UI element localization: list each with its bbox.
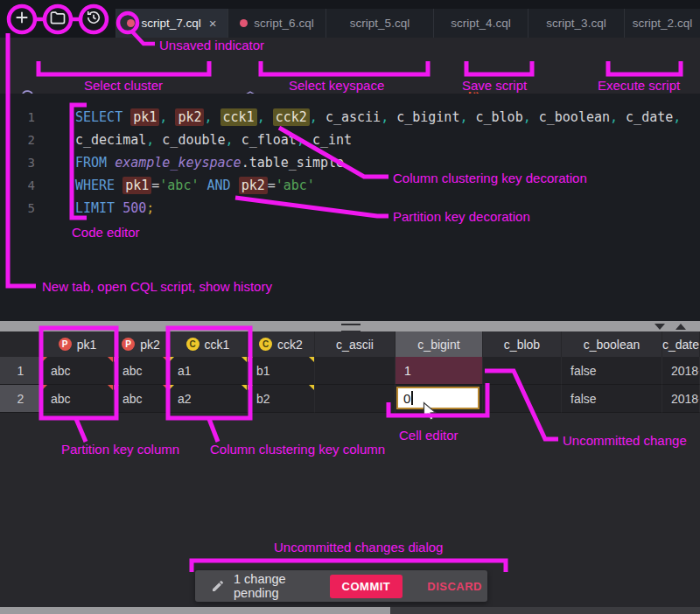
- line-number: 1: [0, 106, 35, 129]
- token-pl: =: [268, 178, 276, 193]
- unsaved-dot-icon: [127, 19, 135, 27]
- table-cell-c_blob[interactable]: [483, 385, 562, 413]
- scrollbar-thumb[interactable]: [0, 607, 390, 614]
- row-number-cell[interactable]: 2: [0, 385, 42, 413]
- collapse-down-icon[interactable]: [654, 324, 665, 330]
- tab-label: script_4.cql: [451, 17, 510, 30]
- collapse-up-icon[interactable]: [676, 324, 686, 330]
- cell-value: false: [570, 392, 597, 406]
- table-cell-cck2[interactable]: b2: [248, 385, 315, 413]
- row-number-cell[interactable]: 1: [0, 357, 42, 385]
- token-kw: SELECT: [75, 109, 122, 125]
- tab-script_5[interactable]: script_5.cql: [326, 9, 433, 38]
- table-cell-c_ascii[interactable]: [315, 385, 396, 413]
- uncommitted-changes-dialog: 1 change pending COMMIT DISCARD: [195, 570, 487, 602]
- table-cell-c_bigint[interactable]: 0: [396, 385, 483, 413]
- table-row-2: 2abcabca2b20false2018-: [0, 385, 700, 413]
- table-cell-c_bigint[interactable]: 1: [396, 357, 483, 385]
- tab-script_2[interactable]: script_2.cql: [624, 9, 700, 38]
- column-header-c_date[interactable]: c_date: [662, 331, 700, 357]
- column-header-label: c_ascii: [336, 338, 374, 352]
- column-header-cck1[interactable]: Ccck1: [169, 331, 248, 357]
- clustering-key-icon: C: [259, 338, 272, 351]
- plus-icon: [13, 9, 31, 30]
- column-header-pk1[interactable]: Ppk1: [42, 331, 114, 357]
- cell-editor-input[interactable]: 0: [396, 387, 480, 409]
- column-header-label: cck1: [205, 338, 230, 352]
- token-kw: FROM: [75, 155, 107, 171]
- cell-value: false: [570, 364, 597, 378]
- token-pl: c_double: [154, 132, 225, 148]
- token-pl: c_ascii: [318, 109, 381, 125]
- code-text: SELECT pk1, pk2, cck1, cck2, c_ascii, c_…: [35, 106, 681, 129]
- token-cm: ,: [523, 109, 531, 125]
- cell-value: 2018-: [671, 392, 700, 406]
- token-pk: pk2: [239, 177, 268, 194]
- partition-key-icon: P: [59, 338, 72, 351]
- cell-value: 1: [404, 364, 411, 378]
- pending-changes-message: 1 change pending: [234, 572, 316, 600]
- column-header-label: pk1: [77, 338, 97, 352]
- column-header-pk2[interactable]: Ppk2: [114, 331, 169, 357]
- token-pk: pk2: [175, 108, 204, 126]
- cell-value: a1: [178, 364, 192, 378]
- table-cell-cck1[interactable]: a2: [169, 385, 248, 413]
- tab-label: script_7.cql: [141, 17, 200, 30]
- table-row-1: 1abcabca1b11false2018-: [0, 357, 700, 385]
- pane-divider[interactable]: [0, 321, 700, 331]
- results-grid: Ppk1Ppk2Ccck1Ccck2c_asciic_bigintc_blobc…: [0, 331, 700, 413]
- discard-button[interactable]: DISCARD: [422, 579, 487, 594]
- line-number: 5: [0, 197, 35, 220]
- table-cell-cck2[interactable]: b1: [248, 357, 315, 385]
- token-pl: c_float: [234, 132, 297, 148]
- code-line-1: 1SELECT pk1, pk2, cck1, cck2, c_ascii, c…: [0, 106, 700, 129]
- token-cm: ,: [610, 109, 618, 125]
- table-cell-pk2[interactable]: abc: [114, 357, 169, 385]
- column-header-c_boolean[interactable]: c_boolean: [562, 331, 662, 357]
- commit-button[interactable]: COMMIT: [330, 575, 403, 598]
- tab-script_6[interactable]: script_6.cql: [228, 9, 326, 38]
- mouse-cursor: [423, 401, 438, 425]
- token-pl: c_blob: [467, 109, 522, 125]
- column-header-c_bigint[interactable]: c_bigint: [396, 331, 483, 357]
- history-button[interactable]: [84, 10, 103, 29]
- cell-value: 2018-: [671, 364, 700, 378]
- code-line-2: 2c_decimal, c_double, c_float, c_int: [0, 129, 700, 151]
- tab-script_3[interactable]: script_3.cql: [528, 9, 624, 38]
- open-script-button[interactable]: [48, 10, 67, 29]
- table-cell-c_date[interactable]: 2018-: [662, 385, 700, 413]
- token-cm: ,: [146, 132, 154, 148]
- table-cell-c_boolean[interactable]: false: [562, 357, 662, 385]
- table-cell-c_blob[interactable]: [483, 357, 562, 385]
- table-cell-c_date[interactable]: 2018-: [662, 357, 700, 385]
- token-pl: [122, 109, 130, 125]
- tab-list: script_7.cql×script_6.cqlscript_5.cqlscr…: [116, 9, 700, 38]
- cell-value: b2: [256, 392, 270, 406]
- new-tab-button[interactable]: [12, 10, 32, 29]
- token-kw: WHERE: [75, 178, 115, 193]
- table-cell-c_boolean[interactable]: false: [562, 385, 662, 413]
- table-cell-pk1[interactable]: abc: [42, 385, 114, 413]
- tab-script_7[interactable]: script_7.cql×: [116, 9, 228, 38]
- code-editor[interactable]: 1SELECT pk1, pk2, cck1, cck2, c_ascii, c…: [0, 94, 700, 321]
- token-cm: ,: [257, 109, 265, 125]
- cell-value: abc: [51, 392, 71, 406]
- close-tab-icon[interactable]: ×: [209, 17, 217, 30]
- column-header-c_ascii[interactable]: c_ascii: [315, 331, 396, 357]
- token-pl: c_boolean: [531, 109, 610, 125]
- tab-label: script_3.cql: [546, 17, 606, 30]
- unsaved-dot-icon: [240, 19, 248, 27]
- table-cell-pk1[interactable]: abc: [42, 357, 114, 385]
- horizontal-scrollbar[interactable]: [0, 607, 700, 614]
- tab-label: script_6.cql: [254, 17, 313, 30]
- token-pl: c_int: [304, 132, 352, 148]
- row-number-label: 1: [18, 364, 24, 378]
- table-cell-pk2[interactable]: abc: [114, 385, 169, 413]
- token-pl: [107, 155, 115, 171]
- table-cell-cck1[interactable]: a1: [169, 357, 248, 385]
- tab-script_4[interactable]: script_4.cql: [433, 9, 528, 38]
- folder-icon: [49, 9, 66, 30]
- table-cell-c_ascii[interactable]: [315, 357, 396, 385]
- column-header-c_blob[interactable]: c_blob: [483, 331, 562, 357]
- column-header-cck2[interactable]: Ccck2: [248, 331, 315, 357]
